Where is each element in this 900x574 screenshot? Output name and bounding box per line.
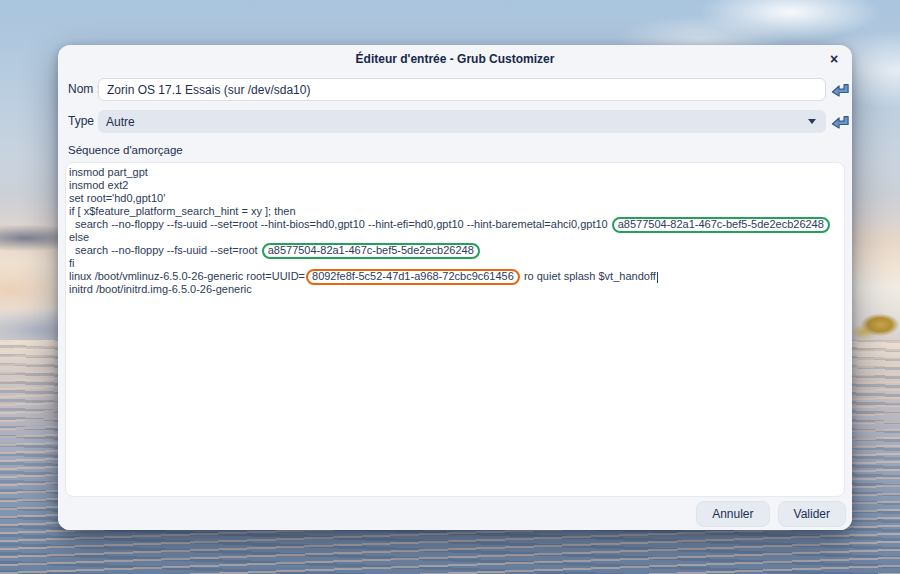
uuid-highlight-orange: 8092fe8f-5c52-47d1-a968-72cbc9c61456 [306,269,520,285]
type-select[interactable]: Autre [98,110,826,133]
revert-type-button[interactable] [831,113,850,132]
name-label: Nom : [68,82,100,96]
code-text: search --no-floppy --fs-uuid --set=root [69,244,261,256]
code-text: ro quiet splash $vt_handoff [521,270,656,282]
name-input[interactable] [98,78,826,101]
type-selected-value: Autre [106,115,135,129]
code-text: linux /boot/vmlinuz-6.5.0-26-generic roo… [69,270,305,282]
dialog-titlebar[interactable]: Éditeur d'entrée - Grub Customizer × [58,45,852,73]
cancel-button[interactable]: Annuler [696,501,769,527]
revert-name-button[interactable] [831,81,850,100]
revert-arrow-icon [831,113,850,132]
code-line: linux /boot/vmlinuz-6.5.0-26-generic roo… [69,270,844,283]
close-icon[interactable]: × [824,49,844,69]
wallpaper-bush [850,305,900,349]
code-line: if [ x$feature_platform_search_hint = xy… [69,205,844,218]
code-line: insmod part_gpt [69,166,844,179]
dialog-footer: Annuler Valider [58,497,852,530]
code-line: set root='hd0,gpt10' [69,192,844,205]
code-text: insmod part_gpt [69,166,148,178]
code-line: search --no-floppy --fs-uuid --set=root … [69,244,844,257]
code-line: insmod ext2 [69,179,844,192]
code-line: search --no-floppy --fs-uuid --set=root … [69,218,844,231]
code-text: insmod ext2 [69,179,128,191]
ok-button[interactable]: Valider [778,501,846,527]
code-text: set root='hd0,gpt10' [69,192,165,204]
chevron-down-icon [808,119,816,124]
code-text: search --no-floppy --fs-uuid --set=root … [69,218,611,230]
code-text: else [69,231,89,243]
code-text: if [ x$feature_platform_search_hint = xy… [69,205,296,217]
code-text: initrd /boot/initrd.img-6.5.0-26-generic [69,283,252,295]
text-cursor [657,272,658,283]
uuid-highlight-green: a8577504-82a1-467c-bef5-5de2ecb26248 [612,217,830,233]
entry-editor-dialog: Éditeur d'entrée - Grub Customizer × Nom… [58,45,852,530]
uuid-highlight-green: a8577504-82a1-467c-bef5-5de2ecb26248 [262,243,480,259]
boot-sequence-editor[interactable]: insmod part_gptinsmod ext2set root='hd0,… [65,162,845,497]
dialog-title: Éditeur d'entrée - Grub Customizer [356,52,555,66]
boot-sequence-label: Séquence d'amorçage [68,144,183,156]
type-label: Type : [68,114,101,128]
revert-arrow-icon [831,81,850,100]
code-text: fi [69,257,75,269]
